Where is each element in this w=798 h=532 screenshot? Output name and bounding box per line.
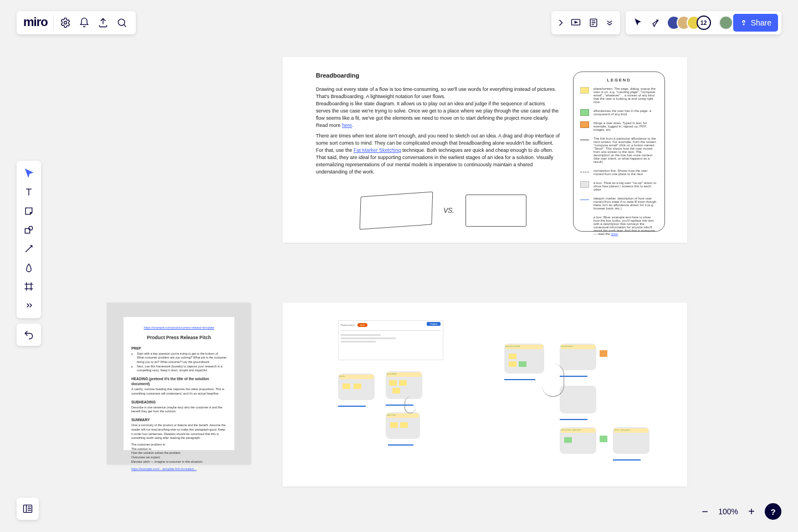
legend-text: a box. Blue: example text here to show h…: [594, 216, 658, 236]
doc-page: https://example.com/product-press-releas…: [124, 317, 234, 450]
form-title: Product name: [341, 324, 355, 326]
flow-node[interactable]: end screen alternate: [560, 427, 596, 454]
publish-button-mock: Publish: [427, 322, 441, 326]
node-title: preview modal: [505, 345, 543, 349]
legend-text: things a user does. Typed in text, for e…: [594, 121, 658, 131]
text: Breadboarding is like state diagram. It …: [316, 100, 560, 129]
doc-h-sub: SUBHEADING: [131, 400, 227, 405]
node-title: error / retry path: [614, 428, 648, 433]
legend-swatch-box: [580, 181, 589, 188]
form-mockup: Product name draft Publish: [338, 320, 443, 360]
flow-label[interactable]: [388, 441, 413, 446]
legend-text: a box. Treat as a big user "no-op" actio…: [594, 181, 658, 191]
board-canvas[interactable]: Breadboarding Drawing out every state of…: [0, 0, 798, 532]
legend-swatch-action: [580, 121, 589, 128]
doc-bottom-link[interactable]: https://example.com/…template-link-trunc…: [131, 467, 227, 472]
vs-label: VS.: [443, 207, 454, 214]
doc-text: How the solution solves the problem:: [131, 451, 227, 456]
legend-swatch-place: [580, 87, 589, 94]
sketch-breadboard: [360, 192, 433, 230]
flow-node[interactable]: preview modal: [504, 344, 544, 374]
read-more-link[interactable]: here: [342, 122, 352, 128]
flow-node[interactable]: edit state: [386, 412, 420, 439]
text: Drawing out every state of a flow is too…: [316, 86, 560, 100]
legend-swatch-link: [580, 140, 589, 140]
legend-card[interactable]: LEGEND place/screen. The page, dialog, p…: [573, 71, 665, 232]
legend-swatch-connection: [580, 172, 589, 172]
doc-h-sum: SUMMARY: [131, 417, 227, 422]
doc-text: The customer problem is:: [131, 443, 227, 447]
node-title: form filled: [387, 372, 421, 377]
frame-flow-diagram[interactable]: Product name draft Publish home form fil…: [283, 303, 687, 487]
frame-press-release[interactable]: https://example.com/product-press-releas…: [107, 303, 251, 464]
sticky[interactable]: [600, 350, 607, 357]
fat-marker-link[interactable]: Fat Marker Sketching: [354, 147, 401, 153]
legend-swatch-affordance: [580, 109, 589, 116]
legend-text: place/screen. The page, dialog, popup th…: [594, 87, 658, 104]
node-title: end screen alternate: [561, 428, 595, 433]
connector: [405, 397, 416, 413]
doc-text: Outcomes we expect:: [131, 456, 227, 460]
breadboarding-title: Breadboarding: [316, 71, 560, 80]
flow-node[interactable]: home: [338, 374, 375, 400]
doc-text: The solution is:: [131, 447, 227, 452]
node-title: home: [339, 375, 374, 379]
legend-text: connection line. Shows how the user move…: [594, 169, 658, 176]
status-pill: draft: [357, 323, 367, 327]
flow-label[interactable]: [504, 376, 535, 380]
doc-prep-list: Start with a key question you're trying …: [131, 352, 227, 373]
doc-h-heading: HEADING (pretend it's the title of the s…: [131, 376, 227, 386]
connector: [542, 364, 564, 397]
flow-label[interactable]: [338, 402, 366, 407]
doc-top-link[interactable]: https://example.com/product-press-releas…: [131, 326, 227, 330]
legend-link[interactable]: docs: [611, 232, 618, 236]
doc-text: Describe in one sentence (maybe two) who…: [131, 406, 227, 414]
doc-text: A catchy, concise heading that captures …: [131, 387, 227, 396]
legend-swatch-note: [580, 216, 589, 222]
legend-text: The link from a particular affordance to…: [594, 137, 658, 163]
doc-text: Elevator pitch — imagine a customer in t…: [131, 460, 227, 464]
flow-node[interactable]: error / retry path: [613, 427, 649, 454]
sticky[interactable]: [600, 436, 607, 442]
legend-text: teleport marker. description of how user…: [594, 197, 658, 210]
doc-title: Product Press Release Pitch: [131, 335, 227, 341]
legend-text: affordances the user has in the page. a …: [594, 109, 658, 116]
flow-node[interactable]: confirmation: [560, 344, 596, 370]
legend-title: LEGEND: [580, 78, 658, 83]
frame-breadboarding[interactable]: Breadboarding Drawing out every state of…: [283, 57, 687, 243]
doc-text: Give a summary of the product or feature…: [131, 423, 227, 441]
doc-h-prep: PREP: [131, 346, 227, 351]
sketch-product: [466, 195, 526, 227]
node-title: confirmation: [561, 345, 595, 349]
flow-label[interactable]: [613, 456, 641, 461]
flow-node[interactable]: form filled: [386, 371, 422, 399]
text: There are times when text alone isn't en…: [316, 132, 560, 176]
breadboarding-illustration: VS.: [338, 188, 549, 233]
node-title: edit state: [387, 413, 419, 418]
legend-swatch-teleport: [580, 200, 589, 200]
flow-label[interactable]: [560, 416, 587, 420]
flow-node[interactable]: [560, 386, 596, 413]
